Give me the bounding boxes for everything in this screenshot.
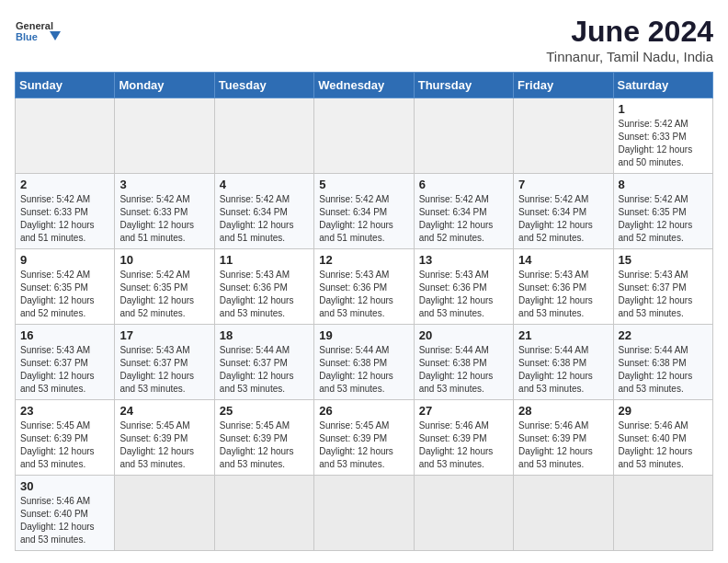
day-info: Sunrise: 5:45 AM Sunset: 6:39 PM Dayligh… [20,419,109,471]
calendar-cell: 10Sunrise: 5:42 AM Sunset: 6:35 PM Dayli… [115,249,214,325]
day-info: Sunrise: 5:45 AM Sunset: 6:39 PM Dayligh… [220,419,309,471]
weekday-row: SundayMondayTuesdayWednesdayThursdayFrid… [16,73,713,98]
calendar-cell: 12Sunrise: 5:43 AM Sunset: 6:36 PM Dayli… [314,249,414,325]
day-info: Sunrise: 5:43 AM Sunset: 6:36 PM Dayligh… [419,269,508,320]
day-number: 11 [220,253,309,267]
calendar-cell: 19Sunrise: 5:44 AM Sunset: 6:38 PM Dayli… [314,325,414,400]
calendar-week-row: 30Sunrise: 5:46 AM Sunset: 6:40 PM Dayli… [16,476,713,551]
calendar-title: June 2024 [546,15,713,49]
calendar-cell: 29Sunrise: 5:46 AM Sunset: 6:40 PM Dayli… [613,400,712,476]
calendar-cell: 30Sunrise: 5:46 AM Sunset: 6:40 PM Dayli… [16,476,115,551]
day-number: 25 [220,404,309,418]
calendar-cell: 18Sunrise: 5:44 AM Sunset: 6:37 PM Dayli… [214,325,313,400]
calendar-cell: 28Sunrise: 5:46 AM Sunset: 6:39 PM Dayli… [514,400,613,476]
day-number: 19 [319,328,408,342]
weekday-header-thursday: Thursday [414,73,513,98]
calendar-cell: 13Sunrise: 5:43 AM Sunset: 6:36 PM Dayli… [414,249,513,325]
day-info: Sunrise: 5:42 AM Sunset: 6:34 PM Dayligh… [419,193,508,245]
calendar-cell [16,98,115,174]
svg-text:General: General [16,20,53,31]
calendar-cell [314,98,414,174]
day-info: Sunrise: 5:44 AM Sunset: 6:38 PM Dayligh… [419,344,508,396]
day-info: Sunrise: 5:42 AM Sunset: 6:35 PM Dayligh… [119,269,209,320]
day-number: 1 [619,102,708,116]
calendar-cell: 15Sunrise: 5:43 AM Sunset: 6:37 PM Dayli… [613,249,712,325]
day-info: Sunrise: 5:42 AM Sunset: 6:33 PM Dayligh… [20,193,109,245]
day-info: Sunrise: 5:46 AM Sunset: 6:40 PM Dayligh… [20,495,109,546]
weekday-header-wednesday: Wednesday [314,73,414,98]
calendar-cell: 7Sunrise: 5:42 AM Sunset: 6:34 PM Daylig… [514,174,613,249]
calendar-cell: 22Sunrise: 5:44 AM Sunset: 6:38 PM Dayli… [613,325,712,400]
day-number: 17 [119,328,209,342]
day-info: Sunrise: 5:43 AM Sunset: 6:37 PM Dayligh… [119,344,209,396]
calendar-cell: 2Sunrise: 5:42 AM Sunset: 6:33 PM Daylig… [16,174,115,249]
day-info: Sunrise: 5:42 AM Sunset: 6:35 PM Dayligh… [619,193,708,245]
calendar-subtitle: Tinnanur, Tamil Nadu, India [546,49,713,64]
weekday-header-tuesday: Tuesday [214,73,313,98]
day-number: 26 [319,404,408,418]
weekday-header-monday: Monday [115,73,214,98]
calendar-cell [514,476,613,551]
calendar-cell: 27Sunrise: 5:46 AM Sunset: 6:39 PM Dayli… [414,400,513,476]
calendar-week-row: 16Sunrise: 5:43 AM Sunset: 6:37 PM Dayli… [16,325,713,400]
day-number: 10 [119,253,209,267]
day-number: 5 [319,178,408,191]
day-info: Sunrise: 5:43 AM Sunset: 6:36 PM Dayligh… [319,269,408,320]
calendar-table: SundayMondayTuesdayWednesdayThursdayFrid… [15,72,713,551]
day-number: 16 [20,328,109,342]
calendar-header: SundayMondayTuesdayWednesdayThursdayFrid… [16,73,713,98]
day-info: Sunrise: 5:42 AM Sunset: 6:34 PM Dayligh… [518,193,608,245]
day-info: Sunrise: 5:46 AM Sunset: 6:40 PM Dayligh… [619,419,708,471]
calendar-cell [414,476,513,551]
day-number: 29 [619,404,708,418]
day-number: 8 [619,178,708,191]
day-info: Sunrise: 5:42 AM Sunset: 6:34 PM Dayligh… [220,193,309,245]
day-number: 4 [220,178,309,191]
day-number: 30 [20,479,109,493]
day-info: Sunrise: 5:43 AM Sunset: 6:36 PM Dayligh… [518,269,608,320]
day-number: 21 [518,328,608,342]
title-block: June 2024 Tinnanur, Tamil Nadu, India [546,15,713,64]
day-number: 3 [119,178,209,191]
day-info: Sunrise: 5:46 AM Sunset: 6:39 PM Dayligh… [419,419,508,471]
calendar-cell: 23Sunrise: 5:45 AM Sunset: 6:39 PM Dayli… [16,400,115,476]
calendar-cell [414,98,513,174]
calendar-cell [214,476,313,551]
calendar-body: 1Sunrise: 5:42 AM Sunset: 6:33 PM Daylig… [16,98,713,551]
calendar-cell: 11Sunrise: 5:43 AM Sunset: 6:36 PM Dayli… [214,249,313,325]
day-info: Sunrise: 5:42 AM Sunset: 6:35 PM Dayligh… [20,269,109,320]
calendar-week-row: 23Sunrise: 5:45 AM Sunset: 6:39 PM Dayli… [16,400,713,476]
day-info: Sunrise: 5:45 AM Sunset: 6:39 PM Dayligh… [319,419,408,471]
calendar-cell: 17Sunrise: 5:43 AM Sunset: 6:37 PM Dayli… [115,325,214,400]
calendar-cell: 25Sunrise: 5:45 AM Sunset: 6:39 PM Dayli… [214,400,313,476]
weekday-header-saturday: Saturday [613,73,712,98]
calendar-cell: 1Sunrise: 5:42 AM Sunset: 6:33 PM Daylig… [613,98,712,174]
day-info: Sunrise: 5:45 AM Sunset: 6:39 PM Dayligh… [119,419,209,471]
day-number: 27 [419,404,508,418]
svg-text:Blue: Blue [16,31,38,42]
day-number: 24 [119,404,209,418]
calendar-cell: 6Sunrise: 5:42 AM Sunset: 6:34 PM Daylig… [414,174,513,249]
calendar-cell: 16Sunrise: 5:43 AM Sunset: 6:37 PM Dayli… [16,325,115,400]
day-info: Sunrise: 5:44 AM Sunset: 6:38 PM Dayligh… [319,344,408,396]
weekday-header-friday: Friday [514,73,613,98]
calendar-cell [115,476,214,551]
day-info: Sunrise: 5:42 AM Sunset: 6:33 PM Dayligh… [619,118,708,169]
day-number: 13 [419,253,508,267]
calendar-cell [613,476,712,551]
calendar-cell [514,98,613,174]
day-number: 23 [20,404,109,418]
day-number: 12 [319,253,408,267]
calendar-cell [214,98,313,174]
calendar-cell [115,98,214,174]
day-number: 2 [20,178,109,191]
calendar-cell: 20Sunrise: 5:44 AM Sunset: 6:38 PM Dayli… [414,325,513,400]
calendar-cell: 9Sunrise: 5:42 AM Sunset: 6:35 PM Daylig… [16,249,115,325]
day-info: Sunrise: 5:42 AM Sunset: 6:33 PM Dayligh… [119,193,209,245]
day-number: 22 [619,328,708,342]
calendar-cell: 21Sunrise: 5:44 AM Sunset: 6:38 PM Dayli… [514,325,613,400]
day-number: 9 [20,253,109,267]
calendar-cell: 24Sunrise: 5:45 AM Sunset: 6:39 PM Dayli… [115,400,214,476]
day-info: Sunrise: 5:44 AM Sunset: 6:38 PM Dayligh… [619,344,708,396]
day-number: 14 [518,253,608,267]
